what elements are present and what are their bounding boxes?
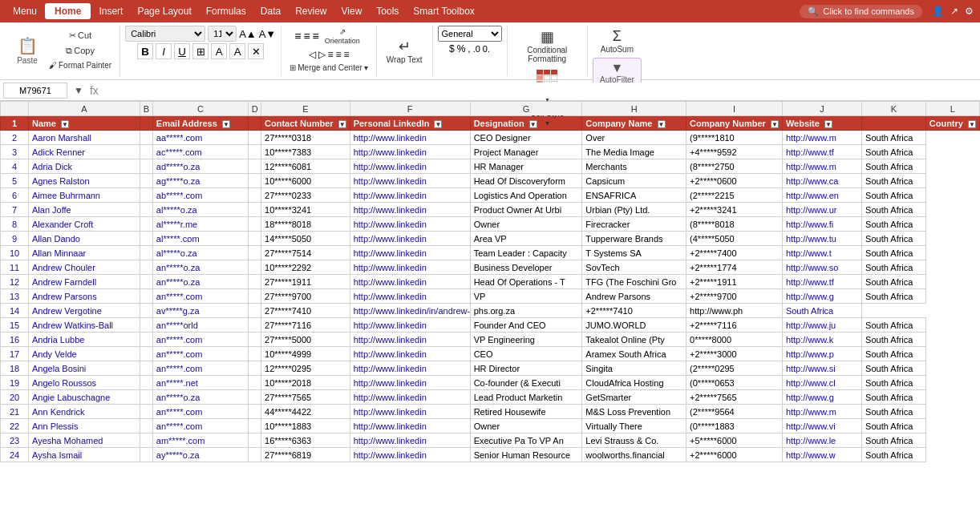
table-cell[interactable]: an*****.com	[152, 405, 248, 419]
table-cell[interactable]: Ayesha Mohamed	[29, 433, 140, 448]
col-header-A[interactable]: A	[29, 102, 140, 116]
table-cell[interactable]: 27*****7116	[261, 318, 350, 333]
table-cell[interactable]	[140, 131, 153, 145]
table-cell[interactable]: am*****.com	[152, 433, 248, 448]
table-cell[interactable]: Area VP	[470, 232, 582, 246]
table-cell[interactable]: +2*****3000	[686, 347, 783, 361]
table-cell[interactable]: South Africa	[862, 376, 926, 390]
account-icon[interactable]: 👤	[932, 6, 944, 17]
table-cell[interactable]: South Africa	[862, 405, 926, 419]
table-cell[interactable]: Firecracker	[582, 217, 686, 232]
table-cell[interactable]: T Systems SA	[582, 246, 686, 260]
table-cell[interactable]: Logistics And Operation	[470, 188, 582, 203]
table-cell[interactable]: http://www.le	[782, 433, 861, 448]
table-cell[interactable]: 10*****1883	[261, 419, 350, 433]
menu-item-smart-toolbox[interactable]: Smart Toolbox	[407, 4, 480, 18]
table-cell[interactable]: Singita	[582, 361, 686, 376]
table-cell[interactable]	[249, 361, 261, 376]
copy-button[interactable]: ⧉ Copy	[46, 44, 115, 58]
table-cell[interactable]: +2*****0600	[686, 174, 783, 188]
justify-icon[interactable]: ≡	[328, 49, 334, 60]
table-cell[interactable]: Business Developer	[470, 260, 582, 275]
table-cell[interactable]	[140, 318, 153, 333]
table-cell[interactable]: an*****.com	[152, 333, 248, 347]
table-cell[interactable]: http://www.en	[782, 188, 861, 203]
table-cell[interactable]: http://www.ph	[686, 304, 783, 318]
font-color-button[interactable]: A	[229, 43, 245, 59]
table-cell[interactable]: Alan Joffe	[29, 203, 140, 217]
table-cell[interactable]: South Africa	[862, 131, 926, 145]
table-cell[interactable]: http://www.g	[782, 289, 861, 304]
table-cell[interactable]: 16*****6363	[261, 433, 350, 448]
table-cell[interactable]: http://www.ca	[782, 174, 861, 188]
table-cell[interactable]	[140, 159, 153, 174]
col-header-D[interactable]: D	[249, 102, 261, 116]
filter-company-icon[interactable]: ▼	[658, 120, 666, 128]
table-cell[interactable]: South Africa	[862, 433, 926, 448]
table-cell[interactable]: 10*****2292	[261, 260, 350, 275]
table-cell[interactable]: Andy Velde	[29, 347, 140, 361]
align-right-icon[interactable]: ≡	[313, 30, 319, 42]
formula-expand-icon[interactable]: ▼	[71, 85, 87, 96]
table-cell[interactable]: Merchants	[582, 159, 686, 174]
table-cell[interactable]	[249, 260, 261, 275]
table-cell[interactable]: Lead Product Marketin	[470, 390, 582, 405]
table-cell[interactable]: Adick Renner	[29, 145, 140, 159]
table-cell[interactable]	[249, 289, 261, 304]
table-cell[interactable]: Capsicum	[582, 174, 686, 188]
font-size-select[interactable]: 11	[208, 26, 237, 42]
table-cell[interactable]: Senior Human Resource	[470, 448, 582, 462]
table-cell[interactable]: ac*****.com	[152, 145, 248, 159]
table-cell[interactable]: Aaron Marshall	[29, 131, 140, 145]
table-cell[interactable]: http://www.linkedin	[350, 361, 470, 376]
table-cell[interactable]	[249, 347, 261, 361]
table-cell[interactable]: 27*****7565	[261, 390, 350, 405]
table-cell[interactable]: an*****o.za	[152, 275, 248, 289]
table-cell[interactable]	[249, 419, 261, 433]
table-cell[interactable]: (9*****1810	[686, 131, 783, 145]
table-cell[interactable]: 44*****4422	[261, 405, 350, 419]
table-cell[interactable]: phs.org.za	[470, 304, 582, 318]
orientation-button[interactable]: ⇗ Orientation	[322, 26, 363, 47]
col-header-E[interactable]: E	[261, 102, 350, 116]
col-header-K[interactable]: K	[862, 102, 926, 116]
table-cell[interactable]: an*****.com	[152, 289, 248, 304]
table-cell[interactable]	[140, 347, 153, 361]
table-cell[interactable]	[140, 145, 153, 159]
table-cell[interactable]	[249, 203, 261, 217]
table-cell[interactable]: 27*****0233	[261, 188, 350, 203]
table-cell[interactable]: South Africa	[862, 275, 926, 289]
merge-center-button[interactable]: ⊞ Merge and Center ▾	[286, 62, 371, 75]
table-cell[interactable]: 18*****8018	[261, 217, 350, 232]
table-cell[interactable]: http://www.linkedin/in/andrew-vergot	[350, 304, 470, 318]
table-cell[interactable]: an*****.com	[152, 347, 248, 361]
table-cell[interactable]: http://www.linkedin	[350, 232, 470, 246]
table-cell[interactable]: http://www.linkedin	[350, 376, 470, 390]
col-header-B[interactable]: B	[140, 102, 153, 116]
clear-button[interactable]: ✕	[248, 43, 264, 59]
table-cell[interactable]: 27*****5000	[261, 333, 350, 347]
table-cell[interactable]: an*****.com	[152, 361, 248, 376]
table-cell[interactable]: 27*****1911	[261, 275, 350, 289]
table-cell[interactable]: Andrew Parsons	[29, 289, 140, 304]
col-header-I[interactable]: I	[686, 102, 783, 116]
filter-companynum-icon[interactable]: ▼	[771, 120, 779, 128]
col-header-G[interactable]: G	[470, 102, 582, 116]
table-cell[interactable]: South Africa	[862, 419, 926, 433]
table-cell[interactable]: Virtually There	[582, 419, 686, 433]
table-cell[interactable]: +2*****7410	[582, 304, 686, 318]
table-cell[interactable]: (2*****9564	[686, 405, 783, 419]
justify2-icon[interactable]: ≡	[336, 49, 342, 60]
autosum-button[interactable]: Σ AutoSum	[594, 26, 640, 56]
table-cell[interactable]: http://www.linkedin	[350, 203, 470, 217]
table-cell[interactable]: South Africa	[862, 217, 926, 232]
filter-designation-icon[interactable]: ▼	[529, 120, 537, 128]
table-cell[interactable]: Allan Minnaar	[29, 246, 140, 260]
table-cell[interactable]: http://www.linkedin	[350, 159, 470, 174]
table-cell[interactable]: ay*****o.za	[152, 448, 248, 462]
table-cell[interactable]: Angelo Roussos	[29, 376, 140, 390]
table-cell[interactable]: (2*****0295	[686, 361, 783, 376]
filter-country-icon[interactable]: ▼	[968, 120, 976, 128]
table-cell[interactable]: 12*****6081	[261, 159, 350, 174]
table-cell[interactable]	[249, 275, 261, 289]
